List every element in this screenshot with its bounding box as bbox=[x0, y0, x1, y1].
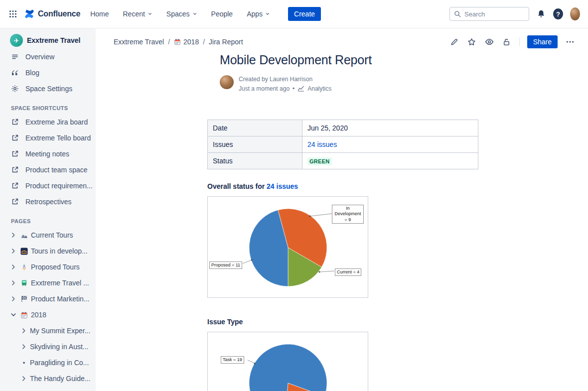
eye-icon bbox=[485, 37, 494, 46]
star-button[interactable] bbox=[467, 37, 477, 47]
shortcut-meeting-notes[interactable]: Meeting notes bbox=[0, 146, 96, 162]
more-actions-button[interactable] bbox=[565, 37, 575, 47]
user-avatar bbox=[570, 7, 580, 20]
external-link-icon bbox=[11, 198, 19, 206]
chevron-down-icon[interactable] bbox=[9, 311, 17, 319]
chevron-right-icon[interactable] bbox=[9, 279, 17, 287]
chevron-down-icon bbox=[265, 11, 270, 16]
external-link-icon bbox=[11, 166, 19, 174]
row-value: 24 issues bbox=[302, 136, 478, 153]
nav-item-people[interactable]: People bbox=[210, 7, 234, 21]
nav-label: People bbox=[211, 10, 233, 18]
notifications-button[interactable] bbox=[536, 9, 546, 19]
watch-button[interactable] bbox=[484, 37, 494, 47]
edit-button[interactable] bbox=[449, 37, 459, 47]
issue-type-heading: Issue Type bbox=[207, 318, 478, 326]
page-item-label: The Handy Guide... bbox=[30, 375, 90, 383]
space-shortcuts-header: SPACE SHORTCUTS bbox=[0, 97, 96, 114]
page-item-skydiving[interactable]: Skydiving in Aust... bbox=[0, 339, 96, 355]
page-item-proposed-tours[interactable]: Proposed Tours bbox=[0, 259, 96, 275]
breadcrumb-label: 2018 bbox=[183, 38, 199, 46]
space-header[interactable]: ✈ Exxtreme Travel bbox=[0, 32, 96, 49]
confluence-logo-icon bbox=[24, 8, 35, 19]
page-item-label: My Summit Exper... bbox=[30, 327, 90, 335]
help-button[interactable]: ? bbox=[553, 9, 563, 19]
nav-item-home[interactable]: Home bbox=[89, 7, 110, 21]
chevron-right-icon[interactable] bbox=[20, 327, 28, 335]
rocket-icon bbox=[20, 263, 28, 271]
chevron-right-icon[interactable] bbox=[20, 343, 28, 351]
table-row-status: Status GREEN bbox=[208, 153, 478, 169]
shortcut-label: Product team space bbox=[25, 166, 88, 174]
more-ellipsis-icon bbox=[566, 37, 575, 46]
page-item-label: 2018 bbox=[31, 311, 46, 319]
author-avatar[interactable] bbox=[220, 75, 234, 89]
profile-button[interactable] bbox=[570, 9, 580, 19]
nav-item-spaces[interactable]: Spaces bbox=[165, 7, 198, 21]
page-tree: Current Tours Tours in develop... Propos… bbox=[0, 227, 96, 387]
byline-dot: • bbox=[293, 85, 294, 93]
status-pie-chart[interactable]: In Development = 9 Proposed = 11 Current… bbox=[207, 196, 368, 298]
gear-icon bbox=[11, 85, 19, 93]
page-item-handy-guide[interactable]: The Handy Guide... bbox=[0, 371, 96, 387]
space-avatar: ✈ bbox=[10, 34, 23, 47]
row-value: GREEN bbox=[302, 153, 478, 169]
breadcrumb: Exxtreme Travel / 2018 / Jira Report bbox=[114, 38, 243, 46]
restrictions-button[interactable] bbox=[502, 37, 512, 47]
search-box[interactable] bbox=[449, 7, 529, 21]
page-item-product-marketing[interactable]: Product Marketin... bbox=[0, 291, 96, 307]
top-navigation-bar: Confluence Home Recent Spaces People App… bbox=[0, 0, 588, 28]
overall-issues-link[interactable]: 24 issues bbox=[267, 182, 298, 190]
shortcut-retrospectives[interactable]: Retrospectives bbox=[0, 194, 96, 210]
breadcrumb-item-jira-report[interactable]: Jira Report bbox=[209, 38, 243, 46]
search-icon bbox=[454, 10, 461, 17]
nav-item-apps[interactable]: Apps bbox=[246, 7, 271, 21]
chevron-right-icon[interactable] bbox=[9, 295, 17, 303]
page-item-tours-in-development[interactable]: Tours in develop... bbox=[0, 243, 96, 259]
page-item-current-tours[interactable]: Current Tours bbox=[0, 227, 96, 243]
chevron-right-icon[interactable] bbox=[9, 247, 17, 255]
page-item-paragliding[interactable]: Paragliding in Co... bbox=[0, 355, 96, 371]
nav-item-recent[interactable]: Recent bbox=[122, 7, 153, 21]
analytics-chart-icon bbox=[297, 86, 304, 92]
row-key: Date bbox=[208, 120, 302, 136]
mountain-icon bbox=[20, 232, 28, 239]
issue-type-pie-chart[interactable]: Task = 19 bbox=[207, 332, 368, 391]
status-badge: GREEN bbox=[307, 157, 332, 165]
shortcut-label: Meeting notes bbox=[25, 150, 69, 158]
shortcut-label: Exxtreme Tello board bbox=[25, 134, 91, 142]
breadcrumb-item-space[interactable]: Exxtreme Travel bbox=[114, 38, 164, 46]
breadcrumb-item-2018[interactable]: 2018 bbox=[174, 38, 199, 46]
page-item-label: Proposed Tours bbox=[31, 263, 80, 271]
chevron-right-icon[interactable] bbox=[9, 263, 17, 271]
share-button[interactable]: Share bbox=[527, 35, 558, 48]
bell-icon bbox=[537, 9, 546, 18]
sidebar-item-blog[interactable]: Blog bbox=[0, 65, 96, 81]
sidebar-item-overview[interactable]: Overview bbox=[0, 49, 96, 65]
page-item-2018[interactable]: 2018 bbox=[0, 307, 96, 323]
search-input[interactable] bbox=[464, 10, 523, 18]
chevron-right-icon[interactable] bbox=[20, 375, 28, 383]
calendar-icon bbox=[174, 38, 181, 45]
pie-label-proposed: Proposed = 11 bbox=[209, 261, 242, 269]
shortcut-product-requirements[interactable]: Product requiremen... bbox=[0, 178, 96, 194]
page-item-label: Tours in develop... bbox=[31, 247, 88, 255]
create-button[interactable]: Create bbox=[288, 7, 321, 21]
page-item-exxtreme-travel[interactable]: Exxtreme Travel ... bbox=[0, 275, 96, 291]
sidebar-item-label: Overview bbox=[25, 53, 54, 61]
star-icon bbox=[467, 38, 476, 46]
confluence-logo[interactable]: Confluence bbox=[24, 8, 80, 19]
page-topline: Exxtreme Travel / 2018 / Jira Report bbox=[96, 28, 588, 50]
table-row-date: Date Jun 25, 2020 bbox=[208, 120, 478, 136]
app-switcher-button[interactable] bbox=[6, 7, 20, 21]
issues-link[interactable]: 24 issues bbox=[307, 140, 337, 148]
shortcut-exxtreme-tello-board[interactable]: Exxtreme Tello board bbox=[0, 130, 96, 146]
chevron-right-icon[interactable] bbox=[9, 231, 17, 239]
shortcut-product-team-space[interactable]: Product team space bbox=[0, 162, 96, 178]
sidebar-item-space-settings[interactable]: Space Settings bbox=[0, 81, 96, 97]
page-item-my-summit-experience[interactable]: My Summit Exper... bbox=[0, 323, 96, 339]
page-item-label: Paragliding in Co... bbox=[30, 359, 89, 367]
shortcut-exxtreme-jira-board[interactable]: Exxtreme Jira board bbox=[0, 114, 96, 130]
analytics-link[interactable]: Analytics bbox=[307, 85, 331, 93]
confluence-logo-text: Confluence bbox=[38, 9, 80, 18]
